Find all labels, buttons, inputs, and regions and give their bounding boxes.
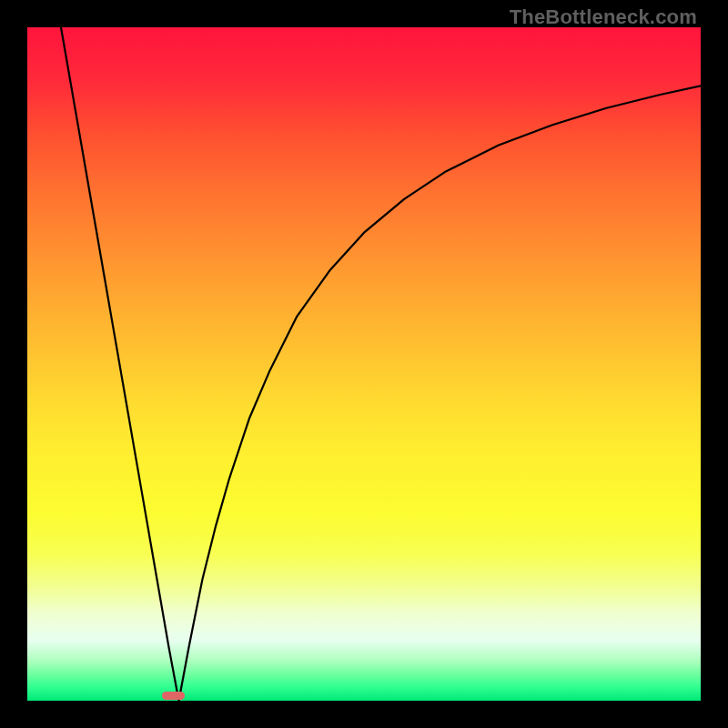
plot-area (27, 27, 701, 701)
watermark-text: TheBottleneck.com (510, 5, 697, 29)
curve-path (61, 27, 701, 701)
curve-svg (27, 27, 701, 701)
chart-container: TheBottleneck.com (0, 0, 728, 728)
minimum-marker (162, 692, 185, 700)
